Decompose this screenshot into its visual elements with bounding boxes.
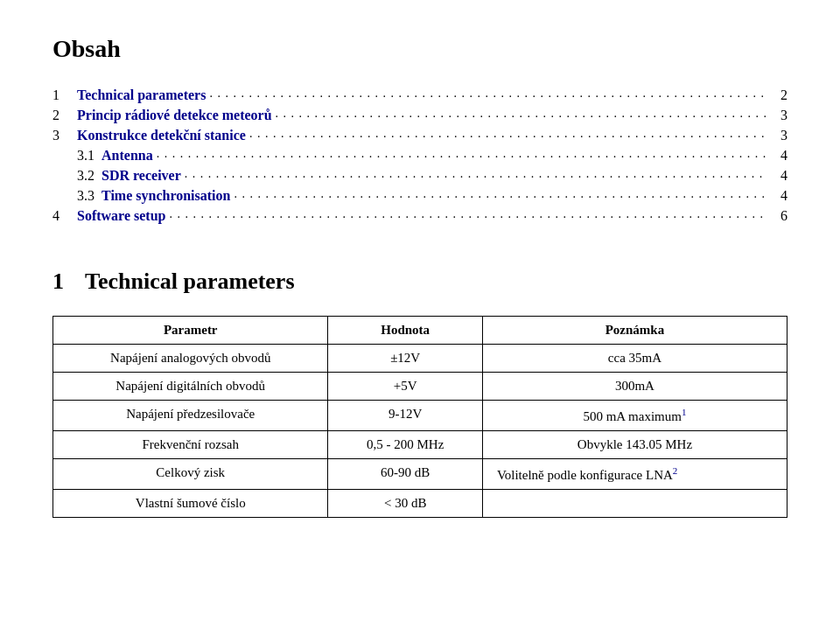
toc-page-2: 3 <box>770 108 788 123</box>
hodnota-2: +5V <box>328 373 482 401</box>
toc-item-3-1: 3.1 Antenna 4 <box>52 148 788 164</box>
poznamka-6 <box>482 490 787 518</box>
toc-label-3-1[interactable]: Antenna <box>102 148 153 164</box>
toc-label-4[interactable]: Software setup <box>77 208 165 224</box>
poznamka-4: Obvykle 143.05 MHz <box>482 431 787 459</box>
toc-label-3[interactable]: Konstrukce detekční stanice <box>77 128 246 143</box>
param-2: Napájení digitálních obvodů <box>53 373 328 401</box>
toc-dots-3-2 <box>185 165 766 182</box>
superscript-3: 1 <box>682 407 687 417</box>
toc-page-3-3: 4 <box>770 188 788 204</box>
param-3: Napájení předzesilovače <box>53 401 328 431</box>
param-5: Celkový zisk <box>53 459 328 490</box>
toc-page-3: 3 <box>770 128 788 143</box>
toc-item-3: 3 Konstrukce detekční stanice 3 <box>52 128 788 144</box>
toc-dots-3-1 <box>157 145 766 162</box>
toc-label-3-2[interactable]: SDR receiver <box>102 168 181 184</box>
toc-page-4: 6 <box>770 208 788 224</box>
table-row: Napájení analogových obvodů ±12V cca 35m… <box>53 345 788 373</box>
col-header-parametr: Parametr <box>53 317 328 345</box>
section-1-number: 1 <box>52 269 64 294</box>
toc-item-3-3: 3.3 Time synchronisation 4 <box>52 188 788 205</box>
superscript-5: 2 <box>673 465 678 476</box>
toc-item-3-2: 3.2 SDR receiver 4 <box>52 168 788 185</box>
toc-dots-3-3 <box>234 185 766 202</box>
toc-number-2: 2 <box>52 108 77 123</box>
hodnota-4: 0,5 - 200 MHz <box>328 431 482 459</box>
poznamka-3: 500 mA maximum1 <box>482 401 787 431</box>
toc-number-3-2: 3.2 <box>77 168 102 184</box>
section-1-heading: 1 Technical parameters <box>52 269 788 295</box>
param-6: Vlastní šumové číslo <box>53 490 328 518</box>
toc-page-3-2: 4 <box>770 168 788 184</box>
hodnota-3: 9-12V <box>328 401 482 431</box>
param-4: Frekvenční rozsah <box>53 431 328 459</box>
toc-item-4: 4 Software setup 6 <box>52 208 788 225</box>
poznamka-1: cca 35mA <box>482 345 787 373</box>
section-1-title: Technical parameters <box>85 269 295 294</box>
poznamka-5-text: Volitelně podle konfigurace LNA <box>497 468 673 482</box>
col-header-hodnota: Hodnota <box>328 317 482 345</box>
toc-number-3-3: 3.3 <box>77 188 102 204</box>
toc-label-1[interactable]: Technical parameters <box>77 87 206 103</box>
toc-item-1: 1 Technical parameters 2 <box>52 87 788 104</box>
param-1: Napájení analogových obvodů <box>53 345 328 373</box>
table-of-contents: 1 Technical parameters 2 2 Princip rádio… <box>52 87 788 225</box>
table-row: Napájení digitálních obvodů +5V 300mA <box>53 373 788 401</box>
parameters-table: Parametr Hodnota Poznámka Napájení analo… <box>52 316 788 518</box>
table-header-row: Parametr Hodnota Poznámka <box>53 317 788 345</box>
table-row: Vlastní šumové číslo < 30 dB <box>53 490 788 518</box>
hodnota-5: 60-90 dB <box>328 459 482 490</box>
toc-number-3-1: 3.1 <box>77 148 102 164</box>
toc-label-3-3[interactable]: Time synchronisation <box>102 188 230 204</box>
toc-dots-2 <box>276 105 766 122</box>
toc-item-2: 2 Princip rádiové detekce meteorů 3 <box>52 108 788 124</box>
toc-page-1: 2 <box>770 87 788 103</box>
toc-dots-4 <box>169 206 766 222</box>
table-row: Celkový zisk 60-90 dB Volitelně podle ko… <box>53 459 788 490</box>
toc-page-3-1: 4 <box>770 148 788 164</box>
hodnota-6: < 30 dB <box>328 490 482 518</box>
table-row: Frekvenční rozsah 0,5 - 200 MHz Obvykle … <box>53 431 788 459</box>
toc-number-4: 4 <box>52 208 77 224</box>
toc-label-2[interactable]: Princip rádiové detekce meteorů <box>77 108 272 123</box>
toc-dots-3 <box>249 125 766 142</box>
hodnota-1: ±12V <box>328 345 482 373</box>
poznamka-2: 300mA <box>482 373 787 401</box>
table-row: Napájení předzesilovače 9-12V 500 mA max… <box>53 401 788 431</box>
page-title: Obsah <box>52 35 788 63</box>
poznamka-5: Volitelně podle konfigurace LNA2 <box>482 459 787 490</box>
toc-number-3: 3 <box>52 128 77 143</box>
toc-number-1: 1 <box>52 87 77 103</box>
poznamka-3-text: 500 mA maximum <box>583 409 682 423</box>
col-header-poznamka: Poznámka <box>482 317 787 345</box>
toc-dots-1 <box>209 85 766 101</box>
